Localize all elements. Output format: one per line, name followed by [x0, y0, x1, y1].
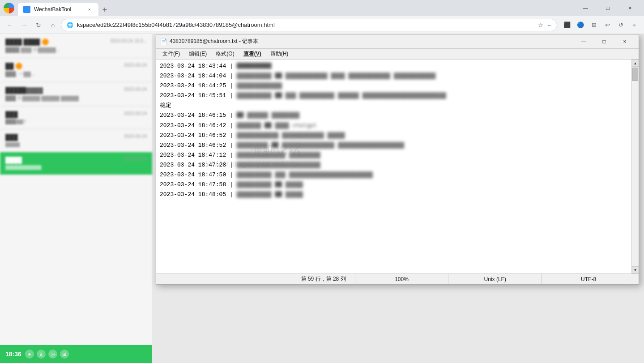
ext-icon-1[interactable]: ⬛	[561, 19, 573, 31]
notepad-title: 43830789185@chatroom.txt - 记事本	[170, 38, 573, 45]
close-button[interactable]: ×	[620, 1, 640, 15]
scrollbar-down-arrow[interactable]: ▼	[632, 266, 639, 273]
chat-time-4: 2023-03-24	[124, 111, 147, 116]
chat-msg-active: ▓▓▓▓▓▓▓▓▓▓	[5, 165, 147, 170]
chrome-toolbar: ← → ↻ ⌂ 🌐 kspace/ed28c222f49f8c155b04f4b…	[0, 16, 644, 34]
chat-time-3: 2023-03-24	[124, 87, 147, 92]
notepad-text[interactable]: 2023-03-24 18:43:44 | ██████████ 2023-03…	[156, 60, 631, 273]
notepad-win-controls: — □ ×	[573, 35, 635, 48]
back-button[interactable]: ←	[4, 19, 16, 31]
menu-button[interactable]: ≡	[628, 19, 640, 31]
statusbar-line-ending: Unix (LF)	[448, 274, 542, 284]
chat-msg-3: ███ 不▓▓▓▓▓ ▓▓▓▓▓ ▓▓▓▓▓	[5, 95, 147, 102]
notepad-content-area: 2023-03-24 18:43:44 | ██████████ 2023-03…	[156, 60, 639, 273]
minimize-button[interactable]: —	[575, 1, 596, 15]
chat-sidebar: 2023-03-24 15:3... ████ ████ 🟠 ████ ▓▓▓ …	[0, 34, 152, 363]
refresh-button[interactable]: ↻	[32, 19, 45, 31]
scrollbar-up-arrow[interactable]: ▲	[632, 60, 639, 67]
log-line-2: 2023-03-24 18:44:04 | ▓▓▓▓▓▓▓▓▓▓ ██ ▓▓▓▓…	[160, 71, 628, 81]
log-line-7: 2023-03-24 18:46:52 | ▓▓▓▓▓▓▓▓▓▓▓▓ ▓▓▓▓▓…	[160, 131, 628, 141]
menu-format[interactable]: 格式(O)	[211, 49, 239, 60]
chat-msg-1: ████ ▓▓▓ 不▓▓▓▓▓...	[5, 47, 147, 53]
new-tab-button[interactable]: +	[98, 4, 111, 16]
status-icons: ● 文 ◎ ⊞	[25, 350, 69, 359]
log-line-9: 2023-03-24 18:47:12 | ▓▓▓▓▓▓▓▓▓▓▓▓▓▓ ▓▓▓…	[160, 150, 628, 160]
chrome-tabs: 🌐 WechatBakTool × +	[18, 0, 571, 16]
status-icon-1: ●	[25, 350, 34, 359]
scrollbar-track[interactable]	[632, 67, 639, 266]
bookmark-icon[interactable]: ☆	[538, 21, 544, 29]
status-icon-4: ⊞	[60, 350, 69, 359]
ext-icon-grid[interactable]: ⊞	[588, 19, 600, 31]
chrome-tab-active[interactable]: 🌐 WechatBakTool ×	[18, 3, 98, 16]
scrollbar-thumb[interactable]	[632, 68, 638, 81]
chat-msg-2: ███, 一▓▓...	[5, 71, 147, 77]
notepad-scrollbar[interactable]: ▲ ▼	[631, 60, 639, 273]
menu-help[interactable]: 帮助(H)	[266, 49, 293, 60]
menu-view[interactable]: 查看(V)	[239, 49, 266, 60]
standalone-line: 稳定	[160, 101, 628, 111]
statusbar-zoom: 100%	[355, 274, 449, 284]
chrome-logo-icon	[4, 3, 14, 13]
menu-edit[interactable]: 编辑(E)	[184, 49, 211, 60]
main-content: 2023-03-24 15:3... ████ ████ 🟠 ████ ▓▓▓ …	[0, 34, 644, 363]
ext-icon-arrow[interactable]: ↩	[601, 19, 614, 31]
address-more-icon[interactable]: ···	[547, 21, 551, 29]
log-line-12: 2023-03-24 18:47:58 | ▓▓▓▓▓▓▓▓▓▓ ██ ▓▓▓▓…	[160, 180, 628, 190]
status-time: 18:36	[5, 350, 21, 358]
notepad-titlebar: 📄 43830789185@chatroom.txt - 记事本 — □ ×	[156, 34, 639, 49]
chat-item-2: 2023-03-24 ██ 🟠 ███, 一▓▓...	[0, 58, 152, 82]
chat-msg-4: ███▓▓?	[5, 119, 147, 124]
notepad-menubar: 文件(F) 编辑(E) 格式(O) 查看(V) 帮助(H)	[156, 49, 639, 60]
ext-icon-undo[interactable]: ↺	[614, 19, 627, 31]
menu-file[interactable]: 文件(F)	[158, 49, 184, 60]
tab-close-button[interactable]: ×	[86, 6, 93, 13]
extension-area: ⬛ 🔵 ⊞ ↩ ↺ ≡	[561, 19, 640, 31]
status-bar: 18:36 ● 文 ◎ ⊞	[0, 345, 152, 363]
status-icon-2: 文	[37, 350, 46, 359]
log-line-8: 2023-03-24 18:46:52 | ▓▓▓▓▓▓▓▓▓ ██ ▓▓▓▓▓…	[160, 141, 628, 150]
chat-msg-5: ▓▓▓▓	[5, 142, 147, 147]
forward-button[interactable]: →	[18, 19, 30, 31]
home-button[interactable]: ⌂	[47, 19, 59, 31]
chat-time-1: 2023-03-24 15:3...	[110, 38, 147, 43]
notepad-minimize-button[interactable]: —	[573, 35, 594, 48]
address-globe-icon: 🌐	[67, 22, 73, 28]
notepad-statusbar: 第 59 行，第 28 列 100% Unix (LF) UTF-8	[156, 273, 639, 284]
log-line-13: 2023-03-24 18:48:05 | ▓▓▓▓▓▓▓▓▓▓ ██ ▓▓▓▓…	[160, 190, 628, 200]
chat-item-4: 2023-03-24 ███ ███▓▓?	[0, 107, 152, 129]
log-line-1: 2023-03-24 18:43:44 | ██████████	[160, 61, 628, 71]
tab-favicon-icon: 🌐	[23, 6, 30, 13]
chat-time-2: 2023-03-24	[124, 63, 147, 68]
notepad-close-button[interactable]: ×	[614, 35, 635, 48]
address-bar[interactable]: 🌐 kspace/ed28c222f49f8c155b04f4b81729a98…	[61, 19, 557, 31]
statusbar-encoding: UTF-8	[542, 274, 635, 284]
chat-time-active: 2023-03-24	[124, 157, 147, 162]
log-line-3: 2023-03-24 18:44:25 | ▓▓▓▓▓▓▓▓▓▓▓▓▓	[160, 81, 628, 91]
ext-icon-2[interactable]: 🔵	[574, 19, 587, 31]
maximize-button[interactable]: □	[597, 1, 618, 15]
log-line-10: 2023-03-24 18:47:28 | ▓▓▓▓▓▓▓▓▓▓▓▓▓▓▓▓▓▓…	[160, 160, 628, 170]
log-line-4: 2023-03-24 18:45:51 | ▓▓▓▓▓▓▓▓▓▓ ██ ▓▓▓ …	[160, 91, 628, 101]
notepad-maximize-button[interactable]: □	[594, 35, 614, 48]
chrome-titlebar: 🌐 WechatBakTool × + — □ ×	[0, 0, 644, 16]
chat-item-3: 2023-03-24 █████▓▓▓▓ ███ 不▓▓▓▓▓ ▓▓▓▓▓ ▓▓…	[0, 82, 152, 107]
tab-title: WechatBakTool	[34, 6, 82, 13]
chat-time-5: 2023-03-24	[124, 134, 147, 139]
chat-item-active: 2023-03-24 ████ ▓▓▓▓▓▓▓▓▓▓	[0, 152, 152, 175]
log-line-6: 2023-03-24 18:46:42 | ▓▓▓▓▓▓▓ ██ ▓▓▓▓ ch…	[160, 121, 628, 131]
address-text: kspace/ed28c222f49f8c155b04f4b81729a98c/…	[77, 21, 534, 28]
chat-item-5: 2023-03-24 ███ ▓▓▓▓	[0, 129, 152, 152]
window-controls: — □ ×	[575, 1, 640, 15]
log-line-5: 2023-03-24 18:46:15 | ██ ▓▓▓▓▓▓ ▓▓▓▓▓▓▓▓	[160, 111, 628, 120]
statusbar-position: 第 59 行，第 28 列	[160, 274, 355, 284]
chat-item-1: 2023-03-24 15:3... ████ ████ 🟠 ████ ▓▓▓ …	[0, 34, 152, 58]
notepad-icon: 📄	[160, 38, 167, 45]
log-line-11: 2023-03-24 18:47:50 | ▓▓▓▓▓▓▓▓▓▓ ▓▓▓ ▓▓▓…	[160, 170, 628, 180]
status-icon-3: ◎	[48, 350, 57, 359]
chrome-window: 🌐 WechatBakTool × + — □ × ← → ↻ ⌂ 🌐 kspa…	[0, 0, 644, 363]
notepad-window: 📄 43830789185@chatroom.txt - 记事本 — □ × 文…	[156, 34, 639, 285]
